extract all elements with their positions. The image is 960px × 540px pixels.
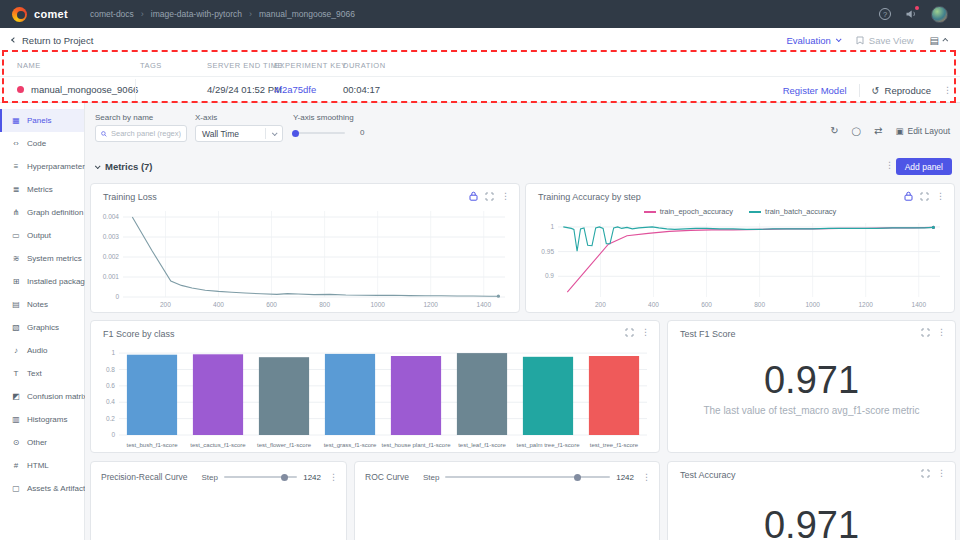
experiment-color-dot: [17, 86, 24, 93]
sidebar-item-html[interactable]: # HTML: [0, 454, 84, 477]
smoothing-slider[interactable]: [293, 132, 345, 134]
sidebar-item-graph-definition[interactable]: ⋔ Graph definition: [0, 201, 84, 224]
system-metrics-icon: ≋: [11, 254, 21, 263]
step-slider[interactable]: [224, 476, 297, 478]
sidebar-item-assets-artifacts[interactable]: ▢ Assets & Artifacts: [0, 477, 84, 500]
slider-handle[interactable]: [292, 130, 299, 137]
slider-handle[interactable]: [574, 474, 581, 481]
duration-value: 00:04:17: [343, 84, 380, 95]
panel-menu-button[interactable]: ⋮: [501, 192, 510, 201]
training-loss-chart[interactable]: 20040060080010001200140000.0010.0020.003…: [95, 206, 515, 310]
smoothing-value: 0: [360, 128, 364, 137]
fullscreen-icon[interactable]: [485, 192, 494, 201]
sidebar-item-metrics[interactable]: ≣ Metrics: [0, 178, 84, 201]
sidebar-item-hyperparameters[interactable]: ≡ Hyperparameters: [0, 155, 84, 178]
table-icon: ▤: [930, 35, 939, 46]
fullscreen-icon[interactable]: [625, 328, 634, 337]
svg-text:1000: 1000: [370, 301, 385, 308]
save-view-button[interactable]: Save View: [856, 35, 914, 46]
server-end-time-value: 4/29/24 01:52 PM: [207, 84, 282, 95]
notification-badge: [915, 6, 919, 10]
fullscreen-icon[interactable]: [921, 469, 930, 478]
auto-refresh-icon[interactable]: ◯: [852, 127, 862, 136]
panel-search[interactable]: [95, 125, 187, 142]
sidebar-item-audio[interactable]: ♪ Audio: [0, 339, 84, 362]
sidebar-item-confusion-matrix[interactable]: ◩ Confusion matrix: [0, 385, 84, 408]
panel-menu-button[interactable]: ⋮: [641, 328, 650, 337]
step-slider[interactable]: [445, 476, 610, 478]
svg-text:400: 400: [648, 301, 659, 308]
compare-options-icon[interactable]: ⇄: [874, 126, 882, 136]
sidebar-item-system-metrics[interactable]: ≋ System metrics: [0, 247, 84, 270]
experiment-name[interactable]: manual_mongoose_9066: [31, 84, 138, 95]
lock-icon[interactable]: [469, 191, 478, 201]
legend-train-batch-accuracy[interactable]: train_batch_accuracy: [749, 207, 836, 216]
svg-text:0: 0: [115, 293, 119, 300]
html-icon: #: [11, 461, 21, 470]
register-model-button[interactable]: Register Model: [783, 85, 847, 96]
add-panel-button[interactable]: Add panel: [896, 158, 952, 175]
breadcrumb-experiment[interactable]: manual_mongoose_9066: [259, 9, 355, 19]
sidebar-item-output[interactable]: ▭ Output: [0, 224, 84, 247]
svg-text:1400: 1400: [912, 301, 927, 308]
step-value: 1242: [303, 473, 321, 482]
svg-text:1: 1: [111, 349, 115, 356]
column-server-end-time: SERVER END TIME: [207, 61, 283, 70]
sidebar-item-histograms[interactable]: ▥ Histograms: [0, 408, 84, 431]
experiment-key-link[interactable]: 4f2a75dfe: [274, 84, 316, 95]
panel-title: F1 Score by class: [103, 329, 175, 339]
legend-train-epoch-accuracy[interactable]: train_epoch_accuracy: [644, 207, 733, 216]
return-to-project-link[interactable]: Return to Project: [12, 35, 93, 46]
svg-text:test_house plant_f1-score: test_house plant_f1-score: [381, 442, 451, 448]
training-loss-panel: Training Loss ⋮ 200400600800100012001400…: [90, 183, 520, 313]
panel-menu-button[interactable]: ⋮: [937, 328, 946, 337]
panel-menu-button[interactable]: ⋮: [936, 192, 945, 201]
column-duration: DURATION: [343, 61, 386, 70]
sidebar-item-code[interactable]: ‹› Code: [0, 132, 84, 155]
search-label: Search by name: [95, 113, 153, 122]
panel-menu-button[interactable]: ⋮: [329, 473, 338, 482]
slider-handle[interactable]: [281, 474, 288, 481]
sidebar-item-notes[interactable]: ▤ Notes: [0, 293, 84, 316]
comet-logo[interactable]: comet: [12, 7, 68, 22]
panel-menu-button[interactable]: ⋮: [642, 473, 651, 482]
svg-text:test_palm tree_f1-score: test_palm tree_f1-score: [516, 442, 580, 448]
sidebar-item-installed-packages[interactable]: ⊞ Installed packages: [0, 270, 84, 293]
panel-menu-button[interactable]: ⋮: [937, 469, 946, 478]
metrics-section-toggle[interactable]: Metrics (7): [95, 161, 153, 172]
training-accuracy-chart[interactable]: 2004006008001000120014000.90.951: [530, 218, 950, 310]
reproduce-button[interactable]: ↺ Reproduce: [872, 85, 931, 96]
xaxis-label: X-axis: [195, 113, 217, 122]
notes-icon: ▤: [11, 300, 21, 309]
sidebar-item-other[interactable]: ⊙ Other: [0, 431, 84, 454]
f1-score-by-class-panel: F1 Score by class ⋮ 00.20.40.60.81test_b…: [90, 320, 660, 453]
notifications-button[interactable]: [905, 8, 917, 20]
table-collapse-toggle[interactable]: ▤: [930, 35, 948, 46]
fullscreen-icon[interactable]: [920, 192, 929, 201]
lock-icon[interactable]: [904, 191, 913, 201]
breadcrumb-workspace[interactable]: comet-docs: [90, 9, 134, 19]
svg-text:0.95: 0.95: [541, 248, 554, 255]
row-menu-button[interactable]: ⋮: [943, 86, 952, 95]
svg-text:0.004: 0.004: [103, 213, 120, 220]
step-label: Step: [201, 473, 217, 482]
f1-score-bar-chart[interactable]: 00.20.40.60.81test_bush_f1-scoretest_cac…: [95, 343, 655, 451]
help-icon[interactable]: ?: [879, 8, 891, 20]
user-avatar[interactable]: [931, 6, 948, 23]
svg-text:0.9: 0.9: [545, 272, 554, 279]
section-menu-button[interactable]: ⋮: [885, 161, 894, 170]
refresh-icon[interactable]: ↻: [830, 126, 838, 136]
search-input[interactable]: [111, 129, 181, 138]
svg-text:0.6: 0.6: [106, 382, 115, 389]
experiment-row[interactable]: manual_mongoose_9066 4/29/24 01:52 PM 4f…: [0, 77, 960, 103]
xaxis-select[interactable]: Wall Time: [195, 125, 283, 142]
chevron-down-icon: [272, 130, 278, 136]
fullscreen-icon[interactable]: [921, 328, 930, 337]
edit-layout-button[interactable]: ▣ Edit Layout: [895, 126, 950, 136]
breadcrumb-project[interactable]: image-data-with-pytorch: [151, 9, 242, 19]
sidebar-item-panels[interactable]: ▦ Panels: [0, 109, 84, 132]
chevron-up-icon: [942, 38, 948, 44]
sidebar-item-graphics[interactable]: ▧ Graphics: [0, 316, 84, 339]
sidebar-item-text[interactable]: T Text: [0, 362, 84, 385]
view-selector-dropdown[interactable]: Evaluation: [786, 35, 839, 46]
